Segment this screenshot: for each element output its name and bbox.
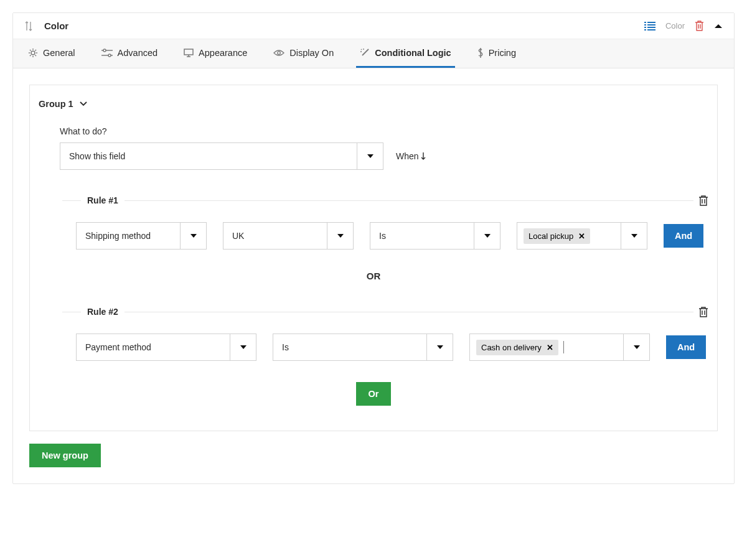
- caret-down-icon: [357, 143, 383, 169]
- svg-rect-7: [647, 29, 655, 30]
- svg-rect-4: [644, 27, 646, 28]
- value-select[interactable]: Cash on delivery ✕: [469, 334, 650, 361]
- when-label: When: [396, 151, 426, 161]
- or-button-row: Or: [39, 382, 708, 406]
- tab-label: Conditional Logic: [375, 48, 451, 58]
- magic-wand-icon: [360, 48, 370, 58]
- tabs-row: General Advanced Appearance Display On C…: [13, 39, 734, 68]
- rule-2: Rule #2 Payment method Is: [62, 306, 708, 361]
- tab-general[interactable]: General: [24, 39, 79, 68]
- tab-label: Appearance: [199, 48, 247, 58]
- what-to-do-label: What to do?: [60, 126, 708, 136]
- or-button[interactable]: Or: [356, 382, 392, 406]
- and-button[interactable]: And: [666, 335, 706, 359]
- tag-chip: Cash on delivery ✕: [476, 340, 558, 355]
- svg-point-16: [278, 52, 281, 55]
- value-select[interactable]: Local pickup ✕: [517, 222, 647, 250]
- eye-icon: [273, 49, 284, 57]
- what-to-do-row: Show this field When: [60, 142, 708, 170]
- gear-icon: [28, 48, 38, 58]
- sliders-icon: [101, 49, 113, 57]
- group-header[interactable]: Group 1: [39, 99, 708, 109]
- zone-select[interactable]: UK: [223, 222, 354, 250]
- operator-select[interactable]: Is: [370, 222, 500, 250]
- svg-rect-1: [647, 22, 655, 23]
- field-type-label: Color: [665, 21, 685, 30]
- rule-title: Rule #2: [81, 307, 125, 317]
- tab-advanced[interactable]: Advanced: [98, 39, 162, 68]
- field-select[interactable]: Payment method: [76, 334, 256, 361]
- or-separator: OR: [39, 271, 708, 281]
- dollar-icon: [477, 48, 484, 58]
- svg-rect-6: [644, 29, 646, 30]
- tab-label: Display On: [289, 48, 334, 58]
- group-title: Group 1: [39, 99, 73, 109]
- delete-rule-icon[interactable]: [698, 306, 708, 317]
- panel-title: Color: [44, 21, 644, 31]
- tag-chip: Local pickup ✕: [524, 228, 590, 244]
- action-select[interactable]: Show this field: [60, 142, 383, 170]
- delete-field-icon[interactable]: [695, 21, 704, 31]
- field-panel: Color Color General Advanced Appearance: [12, 12, 735, 484]
- remove-tag-icon[interactable]: ✕: [547, 343, 553, 352]
- monitor-icon: [184, 49, 194, 57]
- svg-point-8: [31, 51, 35, 55]
- svg-rect-0: [644, 22, 646, 23]
- list-icon[interactable]: [644, 22, 655, 30]
- tab-pricing[interactable]: Pricing: [474, 39, 520, 68]
- rule-legend: Rule #2: [62, 306, 708, 317]
- tab-label: General: [43, 48, 75, 58]
- rule-group: Group 1 What to do? Show this field When: [29, 85, 718, 431]
- new-group-row: New group: [29, 444, 718, 467]
- rule-1: Rule #1 Shipping method UK: [62, 195, 708, 250]
- rule-title: Rule #1: [81, 195, 125, 205]
- svg-rect-13: [184, 49, 193, 55]
- arrow-down-icon: [420, 152, 426, 161]
- tab-label: Advanced: [118, 48, 158, 58]
- svg-point-12: [108, 54, 111, 57]
- panel-header: Color Color: [13, 13, 734, 39]
- svg-point-10: [103, 49, 106, 52]
- tab-content: Group 1 What to do? Show this field When: [13, 68, 734, 483]
- caret-down-icon: [180, 223, 206, 249]
- caret-down-icon: [474, 223, 500, 249]
- caret-down-icon: [623, 334, 649, 360]
- collapse-icon[interactable]: [714, 23, 723, 29]
- caret-down-icon: [327, 223, 353, 249]
- chevron-down-icon: [80, 101, 87, 106]
- caret-down-icon: [426, 334, 453, 360]
- svg-rect-2: [644, 24, 646, 26]
- rule-body: Payment method Is Cash on delivery ✕: [62, 334, 708, 361]
- tab-appearance[interactable]: Appearance: [180, 39, 251, 68]
- tab-label: Pricing: [489, 48, 516, 58]
- field-select[interactable]: Shipping method: [76, 222, 207, 250]
- drag-handle-icon[interactable]: [24, 21, 33, 31]
- svg-rect-5: [647, 27, 655, 28]
- and-button[interactable]: And: [664, 224, 703, 248]
- action-value: Show this field: [60, 151, 357, 161]
- operator-select[interactable]: Is: [273, 334, 453, 361]
- rule-legend: Rule #1: [62, 195, 708, 206]
- text-cursor: [563, 341, 564, 353]
- panel-actions: Color: [644, 21, 723, 31]
- caret-down-icon: [230, 334, 256, 360]
- svg-rect-3: [647, 24, 655, 26]
- tab-conditional-logic[interactable]: Conditional Logic: [356, 39, 454, 68]
- caret-down-icon: [621, 223, 647, 249]
- tab-display-on[interactable]: Display On: [270, 39, 337, 68]
- svg-line-17: [362, 49, 369, 55]
- new-group-button[interactable]: New group: [29, 444, 101, 467]
- delete-rule-icon[interactable]: [698, 195, 708, 206]
- remove-tag-icon[interactable]: ✕: [578, 231, 585, 241]
- rule-body: Shipping method UK Is Local: [62, 222, 708, 250]
